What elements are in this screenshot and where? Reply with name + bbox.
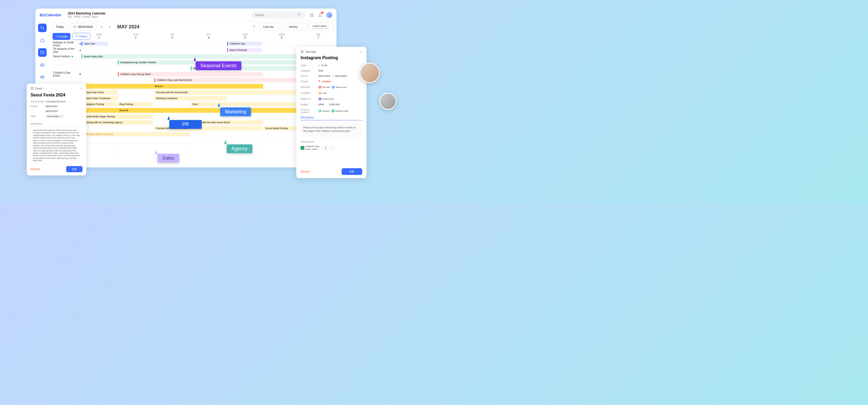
event-meeting-ad[interactable]: Meeting with an Advertising Agency xyxy=(83,120,153,125)
app-logo-icon[interactable] xyxy=(38,24,46,32)
user-avatar[interactable] xyxy=(326,12,332,18)
close-icon[interactable]: ✕ xyxy=(81,87,83,90)
topbar: BizCalendar 2024 Marketing Calendar HQ ,… xyxy=(35,8,337,22)
actions-row: + Create Filters WED1 THU2 FRI3 SAT4 SUN… xyxy=(49,32,337,41)
add-campaign-button[interactable]: + Add Campaign xyxy=(49,143,337,150)
assignee-value[interactable]: Julia xyxy=(318,91,327,95)
attachments-label: Attachments xyxy=(301,141,362,143)
calendar-row-empty xyxy=(49,137,337,143)
add-attachment-icon[interactable]: + xyxy=(330,145,335,151)
calendar-row-advertising: Advertising··· Social Media Image Sharin… xyxy=(49,114,337,120)
calendar-row-brand-b: −Brand B··· Brand B xyxy=(49,107,337,114)
view-dropdown[interactable]: Calendar⌄ xyxy=(260,23,284,31)
description-text[interactable]: Seoul Festa 2024 (SEOUL FESTA 2024) will… xyxy=(31,127,83,163)
day-header: SUN5 xyxy=(227,32,264,41)
svg-rect-2 xyxy=(41,76,44,78)
period-start[interactable]: 05/01/2024 xyxy=(45,105,58,108)
state-value[interactable]: To do xyxy=(318,64,327,67)
sidebar-card-icon[interactable] xyxy=(38,73,46,82)
top-icons: 1 xyxy=(309,12,332,18)
day-header: MON6 xyxy=(264,32,300,41)
month-label: MAY 2024 xyxy=(117,24,139,30)
calendar-row-childrens-2: Children's Day Lotte World Event xyxy=(49,77,337,83)
event-insta-post[interactable]: Instagram Posting xyxy=(83,102,117,106)
sidebar-folder-icon[interactable] xyxy=(38,48,46,57)
row-label-divisions: 24 divisions of the year xyxy=(53,48,78,53)
download-icon[interactable]: ⬇ xyxy=(323,145,329,151)
calendar-icon xyxy=(31,87,34,90)
row-label-seoulfesta: Seoul Festival xyxy=(53,55,70,58)
bell-icon[interactable]: 1 xyxy=(318,12,323,18)
collaborator-avatar-2[interactable] xyxy=(379,93,397,110)
next-arrow-icon[interactable]: › xyxy=(107,24,112,29)
gear-icon[interactable] xyxy=(252,24,256,29)
subtask-head-label: Sub task xyxy=(305,50,316,53)
edit-button[interactable]: Edit xyxy=(66,166,83,172)
today-button[interactable]: Today xyxy=(53,23,67,31)
period-end[interactable]: 05/07/2024 xyxy=(45,110,58,113)
search-field[interactable] xyxy=(251,11,305,19)
calendar-row-marketing: Marketing··· Store Final Check Proceed w… xyxy=(49,90,337,95)
day-header: TUE7 xyxy=(300,32,337,41)
attachment-file[interactable]: X Children's Day Event .excel xyxy=(301,145,321,150)
svg-rect-6 xyxy=(301,51,303,53)
search-input[interactable] xyxy=(255,13,298,17)
event-shooting[interactable]: Shooting Assistance xyxy=(154,96,227,100)
create-button[interactable]: + Create xyxy=(53,33,70,40)
reporter-value[interactable]: Ann kimJason scott xyxy=(318,86,346,89)
row-label-childrens: Children's Day Event xyxy=(53,71,78,77)
edit-button[interactable]: Edit xyxy=(342,168,362,175)
calendar-row-seoulfesta-3: Seoul Circus Festival xyxy=(49,65,337,71)
close-icon[interactable]: ✕ xyxy=(360,50,362,53)
subtask-panel: Sub task ✕ Instagram Posting StateTo do … xyxy=(296,47,367,178)
day-header: SAT4 xyxy=(190,32,227,41)
event-poster[interactable]: Event Poster Production xyxy=(83,96,118,100)
tag-chip[interactable]: Seoul Festa✕ xyxy=(45,115,64,118)
event-store-final[interactable]: Store Final Check xyxy=(83,90,118,95)
row-label-holidays: Holidays in South Korea xyxy=(53,41,78,47)
tag-agency: Agency xyxy=(227,144,252,153)
description-tab[interactable]: Description xyxy=(301,116,362,121)
calendar-row-design: Design··· Event Poster Production Shooti… xyxy=(49,95,337,101)
notification-badge: 1 xyxy=(321,12,323,14)
day-header: THU2 xyxy=(117,32,154,41)
period-value[interactable]: 04/27/2024 ~ 05/01/2024 xyxy=(318,75,347,77)
field-label: Tags xyxy=(31,115,45,118)
title-block: 2024 Marketing Calendar HQ , APAC, Korea… xyxy=(68,11,105,18)
category-value[interactable]: SNS xyxy=(318,69,323,72)
event-labor-day[interactable]: Labor Day xyxy=(82,41,108,46)
tag-marketing: Marketing xyxy=(220,107,251,116)
collaborator-avatar-1[interactable] xyxy=(360,63,380,83)
day-header: FRI3 xyxy=(154,32,190,41)
event-detail-panel: Event ✕ Seoul Festa 2024 Event GroupCamp… xyxy=(27,84,86,176)
financial-value[interactable]: RichardAndrew smith xyxy=(318,109,348,113)
event-childrens-day[interactable]: Children's Day xyxy=(227,41,262,46)
subtask-description[interactable]: Please post a page introducing various e… xyxy=(301,123,362,137)
event-social-image[interactable]: Social Media Image Sharing xyxy=(83,114,153,119)
breadcrumb: HQ , APAC, Korea, Seoul xyxy=(68,15,105,18)
date-picker[interactable]: 05/01/2024 xyxy=(70,23,96,31)
discard-button[interactable]: Discard xyxy=(31,168,40,170)
tag-remove-icon[interactable]: ✕ xyxy=(60,115,62,118)
brand-logo[interactable]: BizCalendar xyxy=(40,13,61,17)
sidebar-home-icon[interactable] xyxy=(38,36,46,44)
event-brand-a-bar[interactable]: Brand A xyxy=(81,84,263,89)
event-start-summer[interactable]: Start of Summer xyxy=(227,48,262,52)
event-managing-sale[interactable]: Managing Sale Promotions xyxy=(83,132,190,136)
svg-point-0 xyxy=(298,13,300,15)
excel-file-icon: X xyxy=(301,146,304,150)
period-dropdown[interactable]: Weekly⌄ xyxy=(286,23,308,31)
event-blog-post[interactable]: Blog Posting xyxy=(118,102,153,106)
timezone-dropdown[interactable]: United states America/New_York ⌄ xyxy=(310,23,333,31)
discard-button[interactable]: Discard xyxy=(301,170,310,173)
star-icon[interactable] xyxy=(309,12,314,18)
page-title: 2024 Marketing Calendar xyxy=(68,11,105,15)
event-group-select[interactable]: Campaigns/Events⌄ xyxy=(45,100,72,103)
event-popup-store[interactable]: Children's Day Pop-up Store xyxy=(118,72,262,76)
priority-value[interactable]: ⚑URGENT xyxy=(318,80,331,83)
calendar-row-divisions: 24 divisions of the year Start of Summer xyxy=(49,47,337,54)
budget-value[interactable]: KRW 3,000,000 xyxy=(318,103,340,106)
report-to-value[interactable]: Olivia brown xyxy=(318,97,334,100)
prev-arrow-icon[interactable]: ‹ xyxy=(99,24,104,29)
sidebar-inbox-icon[interactable] xyxy=(38,61,46,69)
